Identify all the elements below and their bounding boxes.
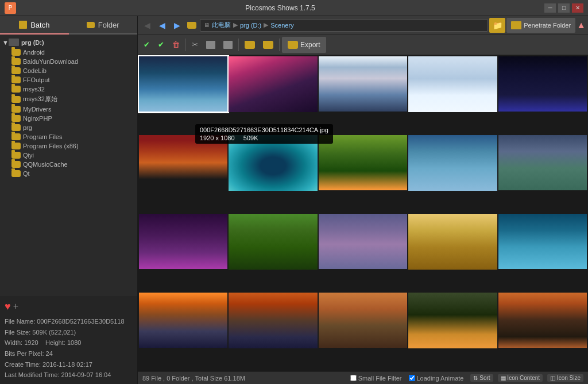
- image-grid[interactable]: [138, 55, 588, 371]
- image-cell-14[interactable]: [498, 214, 587, 269]
- sort-icon: ⇅: [473, 375, 478, 381]
- icon-content-button[interactable]: ▦ Icon Content: [498, 374, 543, 382]
- breadcrumb-folder[interactable]: Scenery: [270, 22, 293, 29]
- minimize-button[interactable]: ─: [544, 3, 556, 13]
- tree-item-mydrivers[interactable]: MyDrivers: [9, 105, 137, 114]
- image-cell-17[interactable]: [319, 293, 407, 348]
- image-cell-0[interactable]: [139, 56, 227, 112]
- window-controls: ─ □ ✕: [544, 3, 583, 13]
- tree-item-label: BaiduYunDownload: [23, 58, 78, 65]
- filename-value: 000F2668D5271663E30D5118: [37, 318, 124, 325]
- tree-item-msys32原始[interactable]: msys32原始: [9, 94, 137, 105]
- sort-button[interactable]: ⇅ Sort: [470, 374, 493, 382]
- tree-item-prg[interactable]: prg: [9, 123, 137, 132]
- check-button[interactable]: ✔: [154, 37, 168, 53]
- tree-item-program-files-(x86)[interactable]: Program Files (x86): [9, 141, 137, 151]
- delete-button[interactable]: 🗑: [169, 37, 183, 53]
- folder-action-button[interactable]: [260, 37, 277, 53]
- tree-item-qiyi[interactable]: Qiyi: [9, 151, 137, 160]
- grid-container: 000F2668D5271663E30D511834C214CA.jpg 192…: [138, 55, 588, 371]
- image-cell-9[interactable]: [498, 135, 587, 190]
- penetrate-folder-button[interactable]: Penetrate Folder: [506, 18, 575, 33]
- folder-special-icon: 📁: [493, 21, 502, 30]
- icon-content-label: Icon Content: [507, 375, 540, 381]
- image-cell-10[interactable]: [139, 214, 227, 269]
- image-cell-4[interactable]: [498, 56, 587, 112]
- loading-animate-checkbox[interactable]: [409, 375, 415, 381]
- collapse-right-icon[interactable]: ▲: [577, 20, 586, 30]
- folder-open-button[interactable]: [241, 37, 258, 53]
- image-cell-12[interactable]: [319, 214, 407, 269]
- loading-animate-label: Loading Animate: [417, 375, 464, 382]
- tree-item-program-files[interactable]: Program Files: [9, 132, 137, 141]
- icon-size-button[interactable]: ◫ Icon Size: [547, 374, 583, 382]
- tree-item-qqmusiccache[interactable]: QQMusicCache: [9, 160, 137, 169]
- loading-animate-checkbox-label[interactable]: Loading Animate: [409, 375, 464, 382]
- move-button[interactable]: [220, 37, 236, 53]
- filesize-value: 509K (522,021): [32, 329, 76, 336]
- tree-item-android[interactable]: Android: [9, 48, 137, 57]
- breadcrumb-computer[interactable]: 此电脑: [212, 21, 231, 29]
- image-cell-6[interactable]: [229, 135, 317, 191]
- tree-item-ffoutput[interactable]: FFOutput: [9, 75, 137, 85]
- scissors-button[interactable]: ✂: [188, 37, 202, 53]
- toolbar-sep-1: [185, 39, 186, 51]
- image-cell-7[interactable]: [319, 135, 407, 190]
- modified-value: 2014-09-07 16:04: [61, 371, 111, 378]
- copy-button[interactable]: [203, 37, 219, 53]
- tree-item-label: prg: [23, 124, 32, 131]
- tree-item-msys32[interactable]: msys32: [9, 85, 137, 94]
- breadcrumb-drive[interactable]: prg (D:): [240, 22, 261, 29]
- small-filter-label: Small File Filter: [358, 375, 402, 382]
- breadcrumb-sep-2: ▶: [264, 21, 268, 29]
- small-filter-checkbox-label[interactable]: Small File Filter: [350, 375, 402, 382]
- maximize-button[interactable]: □: [558, 3, 570, 13]
- bpp-value: 24: [46, 350, 53, 357]
- folder-up-icon: [187, 22, 196, 29]
- export-button[interactable]: Export: [282, 37, 326, 53]
- folder-icon: [11, 58, 21, 65]
- toolbar: ✔ ✔ 🗑 ✂ Export: [138, 34, 588, 55]
- folder-tree-scroll[interactable]: ▼ prg (D:) AndroidBaiduYunDownloadCodeLi…: [0, 34, 137, 297]
- image-cell-16[interactable]: [229, 293, 317, 348]
- select-all-check-button[interactable]: ✔: [140, 37, 153, 53]
- copy-icon: [206, 41, 215, 49]
- image-cell-1[interactable]: [229, 56, 317, 112]
- image-cell-11[interactable]: [229, 214, 317, 270]
- folder-icon: [11, 133, 21, 140]
- image-cell-15[interactable]: [139, 293, 227, 348]
- nav-up-button[interactable]: [185, 18, 199, 32]
- status-bar: 89 File , 0 Folder , Total Size 61.18M S…: [138, 371, 588, 384]
- nav-forward-button[interactable]: ▶: [170, 18, 184, 32]
- tree-item-qt[interactable]: Qt: [9, 169, 137, 178]
- tree-root-drive[interactable]: ▼ prg (D:): [0, 37, 137, 48]
- nav-back-button[interactable]: ◀: [140, 18, 154, 32]
- plus-icon: +: [13, 301, 18, 312]
- penetrate-label: Penetrate Folder: [524, 22, 571, 29]
- image-cell-8[interactable]: [408, 135, 497, 191]
- image-cell-2[interactable]: [319, 56, 407, 112]
- image-cell-5[interactable]: [139, 135, 227, 190]
- tree-item-baiduyundownload[interactable]: BaiduYunDownload: [9, 57, 137, 66]
- tree-item-codelib[interactable]: CodeLib: [9, 66, 137, 75]
- expand-arrow: ▼: [2, 39, 9, 46]
- image-cell-19[interactable]: [498, 293, 587, 348]
- tab-folder[interactable]: Folder: [69, 16, 138, 34]
- app-title: Picosmos Shows 1.7.5: [16, 4, 544, 12]
- close-button[interactable]: ✕: [572, 3, 583, 13]
- icon-size-icon: ◫: [550, 375, 555, 381]
- small-filter-checkbox[interactable]: [350, 375, 357, 381]
- folder-icon: [11, 76, 21, 83]
- nav-back-alt-button[interactable]: ◀: [155, 18, 169, 32]
- image-cell-13[interactable]: [408, 214, 497, 270]
- folder-special-button[interactable]: 📁: [489, 18, 505, 33]
- sort-label: Sort: [479, 375, 490, 381]
- tree-item-label: Qiyi: [23, 152, 34, 159]
- tree-item-label: NginxPHP: [23, 115, 52, 122]
- tree-item-label: msys32原始: [23, 95, 57, 103]
- tab-batch[interactable]: Batch: [0, 16, 69, 34]
- drive-icon: [9, 39, 19, 46]
- image-cell-3[interactable]: [408, 56, 497, 112]
- image-cell-18[interactable]: [408, 293, 497, 348]
- tree-item-nginxphp[interactable]: NginxPHP: [9, 114, 137, 123]
